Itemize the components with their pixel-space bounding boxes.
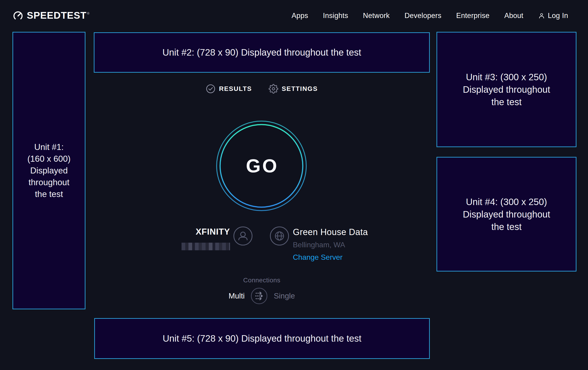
tab-results-label: RESULTS xyxy=(219,85,252,92)
go-button[interactable]: GO xyxy=(216,120,307,211)
server-location: Bellingham, WA xyxy=(293,240,345,249)
speedtest-page: SPEEDTEST® Apps Insights Network Develop… xyxy=(0,0,588,370)
ad-line: the test xyxy=(27,188,70,200)
tab-settings-label: SETTINGS xyxy=(282,85,318,92)
nav-item-apps[interactable]: Apps xyxy=(292,11,308,20)
check-circle-icon xyxy=(206,84,215,94)
ad-unit-5[interactable]: Unit #5: (728 x 90) Displayed throughout… xyxy=(94,318,430,359)
nav-item-about[interactable]: About xyxy=(504,11,523,20)
ad-line: Displayed throughout xyxy=(463,83,550,96)
brand-text: SPEEDTEST® xyxy=(27,10,89,21)
tab-results[interactable]: RESULTS xyxy=(206,84,252,94)
nav-item-developers[interactable]: Developers xyxy=(404,11,441,20)
isp-name: XFINITY xyxy=(138,227,230,237)
tab-settings[interactable]: SETTINGS xyxy=(269,84,318,94)
ad-unit-4[interactable]: Unit #4: (300 x 250) Displayed throughou… xyxy=(437,157,577,271)
ad-line: the test xyxy=(463,96,550,108)
go-label: GO xyxy=(216,120,307,211)
speedometer-icon xyxy=(13,11,23,21)
ad-line: throughout xyxy=(27,177,70,188)
login-button[interactable]: Log In xyxy=(538,11,568,20)
connections-multi-option[interactable]: Multi xyxy=(229,291,245,300)
connections-toggle-icon[interactable] xyxy=(251,287,268,304)
nav-item-enterprise[interactable]: Enterprise xyxy=(456,11,489,20)
nav-item-insights[interactable]: Insights xyxy=(323,11,348,20)
results-settings-tabs: RESULTS SETTINGS xyxy=(94,80,430,97)
ad-line: Unit #3: (300 x 250) xyxy=(463,71,550,83)
ad-unit-3-text: Unit #3: (300 x 250) Displayed throughou… xyxy=(463,71,550,108)
connections-label: Connections xyxy=(94,277,430,284)
main-nav: Apps Insights Network Developers Enterpr… xyxy=(292,11,568,20)
ad-line: Unit #1: xyxy=(27,141,70,153)
brand-trademark: ® xyxy=(87,11,89,15)
ad-unit-1[interactable]: Unit #1: (160 x 600) Displayed throughou… xyxy=(12,32,85,309)
ad-line: Unit #4: (300 x 250) xyxy=(463,196,550,208)
ad-unit-2-text: Unit #2: (728 x 90) Displayed throughout… xyxy=(162,47,361,58)
isp-avatar-icon xyxy=(233,226,253,246)
speedtest-logo[interactable]: SPEEDTEST® xyxy=(13,10,89,21)
connections-single-option[interactable]: Single xyxy=(274,291,295,300)
gear-icon xyxy=(269,84,278,94)
ad-line: Displayed throughout xyxy=(463,208,550,220)
ad-unit-4-text: Unit #4: (300 x 250) Displayed throughou… xyxy=(463,196,550,233)
ad-unit-3[interactable]: Unit #3: (300 x 250) Displayed throughou… xyxy=(437,32,577,147)
change-server-link[interactable]: Change Server xyxy=(293,253,343,261)
ad-line: (160 x 600) xyxy=(27,153,70,165)
ad-unit-2[interactable]: Unit #2: (728 x 90) Displayed throughout… xyxy=(94,32,430,73)
ad-unit-1-text: Unit #1: (160 x 600) Displayed throughou… xyxy=(27,141,70,200)
top-nav-bar: SPEEDTEST® Apps Insights Network Develop… xyxy=(13,0,568,31)
ad-line: the test xyxy=(463,220,550,233)
nav-item-network[interactable]: Network xyxy=(363,11,390,20)
ad-line: Displayed xyxy=(27,165,70,177)
server-globe-icon xyxy=(270,226,289,246)
login-label: Log In xyxy=(548,11,568,20)
ad-unit-5-text: Unit #5: (728 x 90) Displayed throughout… xyxy=(163,333,361,344)
server-name: Green House Data xyxy=(293,227,368,237)
user-icon xyxy=(538,12,545,19)
connections-toggle-row: Multi Single xyxy=(94,286,430,306)
brand-name: SPEEDTEST xyxy=(27,10,87,21)
censored-ip-address xyxy=(181,243,230,250)
